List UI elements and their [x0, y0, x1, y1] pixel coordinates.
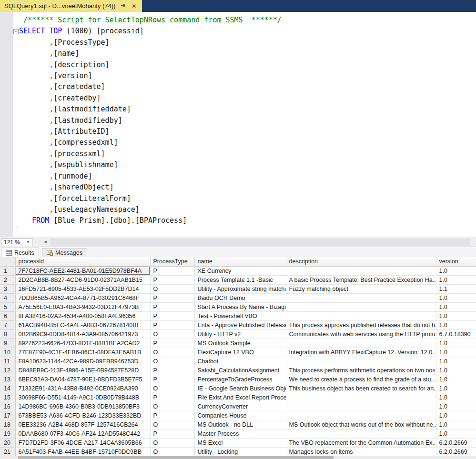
cell-processid[interactable]: 2D2CAB8B-8B27-4CD6-91D0-02371AAB1B15: [15, 275, 150, 284]
cell-ProcessType[interactable]: P: [150, 320, 194, 329]
column-header-processid[interactable]: processid: [15, 257, 150, 266]
cell-name[interactable]: Utility - HTTP v2: [194, 329, 286, 339]
cell-version[interactable]: 6.2.0.2669: [436, 438, 476, 447]
code-line[interactable]: SELECT TOP (1000) [processid]: [19, 26, 282, 37]
cell-ProcessType[interactable]: P: [150, 302, 194, 311]
zoom-level-select[interactable]: 121 % ▼: [1, 238, 32, 246]
cell-version[interactable]: 1.0: [436, 375, 476, 384]
cell-name[interactable]: Sakshi_CalculationAssignment: [194, 366, 286, 375]
code-line[interactable]: ,[sharedObject]: [19, 182, 282, 193]
cell-version[interactable]: 1.0: [436, 420, 476, 429]
cell-name[interactable]: CurrencyConverter: [194, 402, 286, 411]
cell-ProcessType[interactable]: O: [150, 357, 194, 366]
code-line[interactable]: ,[processxml]: [19, 149, 282, 160]
row-number[interactable]: 3: [0, 284, 15, 293]
code-line[interactable]: ,[version]: [19, 70, 282, 81]
cell-name[interactable]: Utility - Approximate string matching: [194, 284, 286, 293]
row-number[interactable]: 21: [0, 447, 15, 456]
row-number[interactable]: 13: [0, 375, 15, 384]
row-number[interactable]: 17: [0, 411, 15, 420]
row-number[interactable]: 12: [0, 366, 15, 375]
row-number[interactable]: 7: [0, 320, 15, 329]
scroll-left-arrow-icon[interactable]: ◄: [43, 239, 48, 244]
code-area[interactable]: /****** Script for SelectTopNRows comman…: [19, 15, 282, 227]
cell-name[interactable]: MS Excel: [194, 438, 286, 447]
cell-name[interactable]: File Exist And Excel Report Process: [194, 393, 286, 402]
cell-version[interactable]: 1.0: [436, 266, 476, 275]
cell-name[interactable]: Test - Powershell VBO: [194, 311, 286, 320]
cell-version[interactable]: 1.0: [436, 339, 476, 348]
column-header-ProcessType[interactable]: ProcessType: [150, 257, 194, 266]
cell-version[interactable]: 1.0: [436, 348, 476, 357]
row-number[interactable]: 11: [0, 357, 15, 366]
cell-ProcessType[interactable]: O: [150, 420, 194, 429]
cell-ProcessType[interactable]: O: [150, 384, 194, 393]
cell-description[interactable]: [286, 293, 436, 302]
cell-description[interactable]: The VBO replacement for the Common Autom…: [286, 438, 436, 447]
row-number[interactable]: 14: [0, 384, 15, 393]
code-line[interactable]: /****** Script for SelectTopNRows comman…: [19, 15, 282, 26]
code-line[interactable]: ,[lastmodifieddate]: [19, 104, 282, 115]
cell-ProcessType[interactable]: O: [150, 438, 194, 447]
cell-ProcessType[interactable]: O: [150, 447, 194, 456]
cell-ProcessType[interactable]: P: [150, 366, 194, 375]
cell-processid[interactable]: 61ACB940-B5FC-4A4E-A0B3-0672678140BF: [15, 320, 150, 329]
cell-ProcessType[interactable]: P: [150, 375, 194, 384]
cell-version[interactable]: 1.0: [436, 293, 476, 302]
cell-name[interactable]: Start A Process By Name - Bizagi: [194, 302, 286, 311]
cell-name[interactable]: Process Template 1.1 -Basic: [194, 275, 286, 284]
cell-version[interactable]: 1.0: [436, 411, 476, 420]
cell-ProcessType[interactable]: P: [150, 293, 194, 302]
cell-version[interactable]: 1.0: [436, 429, 476, 438]
cell-processid[interactable]: F8A10623-1144-42CA-989D-09EBB946753D: [15, 357, 150, 366]
cell-description[interactable]: We need to create a process to find the …: [286, 375, 436, 384]
cell-description[interactable]: [286, 266, 436, 275]
cell-description[interactable]: Communicates with web services using the…: [286, 329, 436, 339]
cell-description[interactable]: [286, 429, 436, 438]
cell-ProcessType[interactable]: P: [150, 411, 194, 420]
row-number[interactable]: 9: [0, 339, 15, 348]
cell-processid[interactable]: 6A51F403-F4AB-44EE-B4BF-15710F0DC9BB: [15, 447, 150, 456]
row-number[interactable]: 6: [0, 311, 15, 320]
cell-description[interactable]: This process performs arithmetic operati…: [286, 366, 436, 375]
cell-processid[interactable]: 8FA38416-02A2-4534-A400-058FA4E96356: [15, 311, 150, 320]
cell-name[interactable]: Master Process: [194, 429, 286, 438]
cell-description[interactable]: [286, 357, 436, 366]
row-number[interactable]: 1: [0, 266, 15, 275]
cell-processid[interactable]: 16FD5721-6905-4533-AE53-02F5DD2B7D14: [15, 284, 150, 293]
cell-version[interactable]: 1.0: [436, 302, 476, 311]
cell-name[interactable]: PercentageToGradeProcess: [194, 375, 286, 384]
code-line[interactable]: ,[runmode]: [19, 171, 282, 182]
cell-version[interactable]: 6.2.0.2669: [436, 447, 476, 456]
cell-ProcessType[interactable]: P: [150, 429, 194, 438]
cell-name[interactable]: XE Currency: [194, 266, 286, 275]
cell-processid[interactable]: 0EE33236-A2B4-468D-857F-1257416CB264: [15, 420, 150, 429]
tab-results[interactable]: Results: [1, 248, 39, 258]
column-header-version[interactable]: version: [436, 257, 476, 266]
cell-description[interactable]: This business object has been created to…: [286, 384, 436, 393]
code-line[interactable]: ,[createdate]: [19, 81, 282, 92]
cell-name[interactable]: Chatbot: [194, 357, 286, 366]
row-number[interactable]: 15: [0, 393, 15, 402]
cell-ProcessType[interactable]: P: [150, 275, 194, 284]
cell-description[interactable]: Fuzzy matching object: [286, 284, 436, 293]
row-number[interactable]: 4: [0, 293, 15, 302]
cell-processid[interactable]: 14D986BC-696B-4360-B0B3-0DB913850BF3: [15, 402, 150, 411]
cell-version[interactable]: 1.0: [436, 320, 476, 329]
code-line[interactable]: ,[AttributeID]: [19, 126, 282, 137]
cell-version[interactable]: 1.0: [436, 311, 476, 320]
cell-name[interactable]: MS Outlook Sample: [194, 339, 286, 348]
code-line[interactable]: ,[createdby]: [19, 93, 282, 104]
cell-name[interactable]: FlexiCapture 12 VBO: [194, 348, 286, 357]
cell-version[interactable]: 1.0: [436, 366, 476, 375]
fold-toggle-icon[interactable]: -: [13, 29, 19, 34]
editor-horizontal-scrollbar[interactable]: ◄: [38, 237, 476, 247]
code-line[interactable]: ,[description]: [19, 60, 282, 70]
grid-horizontal-scrollbar[interactable]: [0, 456, 476, 459]
cell-description[interactable]: [286, 302, 436, 311]
row-number[interactable]: 5: [0, 302, 15, 311]
row-number[interactable]: 18: [0, 420, 15, 429]
row-number[interactable]: 20: [0, 438, 15, 447]
cell-name[interactable]: Enta - Approve Published Releases: [194, 320, 286, 329]
cell-ProcessType[interactable]: P: [150, 393, 194, 402]
